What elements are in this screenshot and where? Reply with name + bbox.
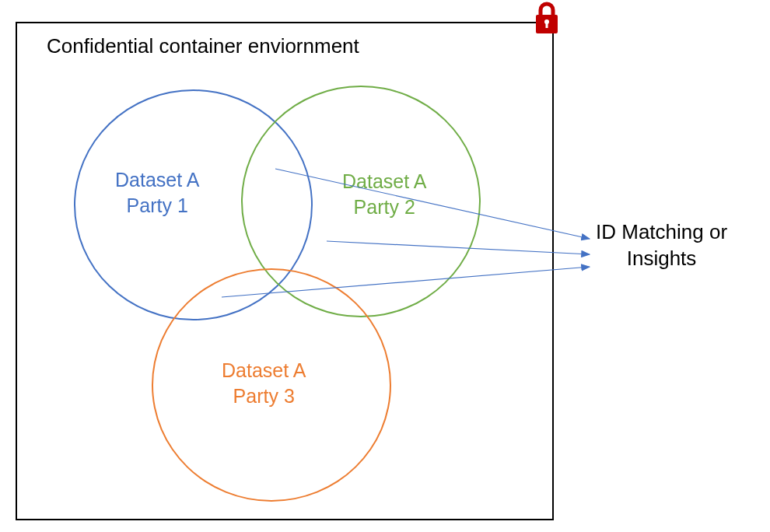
output-line1: ID Matching or — [596, 220, 727, 243]
label-party2: Dataset A Party 2 — [342, 169, 426, 219]
output-line2: Insights — [627, 247, 697, 270]
label-party3-line2: Party 3 — [233, 385, 295, 407]
label-party2-line2: Party 2 — [354, 196, 415, 218]
label-party3: Dataset A Party 3 — [222, 358, 306, 408]
svg-rect-2 — [546, 22, 548, 28]
output-label: ID Matching or Insights — [596, 219, 727, 272]
label-party1: Dataset A Party 1 — [115, 167, 199, 218]
lock-icon — [533, 1, 561, 35]
label-party2-line1: Dataset A — [342, 170, 426, 192]
container-title: Confidential container enviornment — [47, 34, 359, 58]
label-party1-line2: Party 1 — [127, 194, 188, 216]
label-party3-line1: Dataset A — [222, 359, 306, 381]
label-party1-line1: Dataset A — [115, 169, 199, 191]
